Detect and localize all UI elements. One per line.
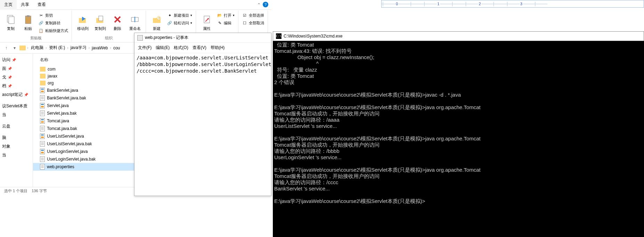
menu-edit[interactable]: 编辑(E) — [154, 44, 171, 51]
crumb-drive[interactable]: 资料 (E:) — [48, 44, 67, 51]
tab-share[interactable]: 共享 — [17, 0, 33, 10]
pin-icon: 📌 — [8, 75, 12, 79]
crumb-folder1[interactable]: java学习 — [69, 44, 88, 51]
sidebar-item[interactable] — [0, 99, 33, 102]
sidebar-item[interactable]: 当 — [0, 111, 33, 119]
sidebar-item[interactable] — [0, 119, 33, 122]
file-icon — [40, 95, 45, 101]
nav-dropdown-button[interactable]: ▾ — [11, 44, 18, 51]
delete-icon — [112, 14, 123, 25]
collapse-ribbon-icon[interactable]: ⌃ — [257, 2, 261, 7]
svg-rect-2 — [25, 16, 31, 24]
file-name: UserLoginServlet.java — [47, 149, 88, 154]
rename-icon — [129, 14, 140, 25]
file-name: org — [48, 81, 54, 85]
file-name: UserLoginServlet.java.bak — [47, 157, 96, 162]
file-icon — [40, 103, 45, 108]
move-to-icon — [77, 14, 88, 25]
file-icon — [40, 141, 45, 147]
tab-view[interactable]: 查看 — [33, 0, 50, 10]
properties-icon — [201, 14, 212, 25]
cut-icon: ✂ — [38, 13, 44, 18]
easy-access-button[interactable]: 🔗轻松访问▾ — [165, 19, 194, 26]
edit-button[interactable]: ✎编辑 — [215, 19, 236, 26]
ruler: ┼────0────┼────┼────1────┼────┼────2────… — [381, 0, 644, 8]
select-all-button[interactable]: ☑全部选择 — [241, 12, 266, 19]
folder-icon — [40, 67, 46, 72]
status-size: 136 字节 — [32, 188, 47, 194]
copy-icon — [5, 14, 16, 25]
notepad-content[interactable]: /aaaa=com.bjpowernode.servlet.UserListSe… — [134, 53, 271, 76]
cmd-icon: C:\ — [276, 33, 282, 39]
sidebar-item[interactable]: 对象 — [0, 142, 33, 151]
svg-rect-12 — [204, 16, 210, 23]
cmd-titlebar[interactable]: C:\ C:\Windows\System32\cmd.exe — [273, 31, 644, 41]
folder-icon — [40, 81, 46, 85]
file-name: BankServlet.java — [47, 88, 78, 93]
ribbon-tabs: 主页 共享 查看 ⌃ ? — [0, 0, 271, 10]
sidebar-item[interactable]: 当 — [0, 151, 33, 160]
notepad-titlebar[interactable]: web.properties - 记事本 — [134, 33, 271, 43]
copy-to-icon — [95, 14, 106, 25]
move-to-button[interactable]: 移动到 — [74, 10, 91, 35]
paste-shortcut-icon: 📋 — [38, 28, 44, 33]
rename-button[interactable]: 重命名 — [126, 10, 144, 35]
notepad-menubar: 文件(F) 编辑(E) 格式(O) 查看(V) 帮助(H) — [134, 43, 271, 53]
file-icon — [40, 111, 45, 116]
copy-path-icon: 🔗 — [38, 20, 44, 26]
copy-path-button[interactable]: 🔗复制路径 — [37, 19, 70, 26]
sidebar-item[interactable]: 档📌 — [0, 82, 33, 90]
new-folder-icon: ✦ — [151, 14, 162, 25]
file-name: UserListServlet.java — [47, 134, 84, 139]
edit-icon: ✎ — [217, 20, 222, 26]
file-icon — [40, 133, 45, 139]
new-item-icon: ✦ — [167, 13, 172, 18]
properties-button[interactable]: 属性 — [198, 10, 215, 35]
sidebar-item[interactable]: 云盘 — [0, 122, 33, 131]
new-item-button[interactable]: ✦新建项目▾ — [165, 12, 194, 19]
menu-view[interactable]: 查看(V) — [191, 44, 208, 51]
svg-rect-6 — [99, 16, 103, 21]
crumb-folder2[interactable]: javaWeb — [90, 45, 109, 51]
new-button[interactable]: ✦ 新建 — [148, 10, 165, 35]
menu-format[interactable]: 格式(O) — [172, 44, 189, 51]
sidebar: 访问📌面📌戈📌档📌ascript笔记📌议Servlet本质当云盘脑对象当 — [0, 54, 33, 187]
sidebar-item[interactable]: 访问📌 — [0, 56, 33, 64]
file-name: UserListServlet.java.bak — [47, 141, 92, 146]
sidebar-item[interactable]: 戈📌 — [0, 73, 33, 82]
tab-home[interactable]: 主页 — [0, 0, 17, 10]
notepad-icon — [137, 35, 143, 41]
sidebar-item[interactable]: 面📌 — [0, 64, 33, 73]
help-icon[interactable]: ? — [263, 2, 268, 7]
pin-icon: 📌 — [12, 58, 16, 62]
svg-point-13 — [207, 18, 209, 19]
select-none-button[interactable]: ☐全部取消 — [241, 19, 266, 26]
sidebar-item[interactable]: 脑 — [0, 133, 33, 142]
open-button[interactable]: 📂打开▾ — [215, 12, 236, 19]
pin-icon: 📌 — [8, 84, 12, 88]
nav-up-button[interactable]: ↑ — [3, 44, 10, 51]
sidebar-item[interactable] — [0, 131, 33, 133]
paste-button[interactable]: 粘贴 — [19, 10, 37, 35]
file-icon — [40, 126, 45, 131]
delete-button[interactable]: 删除 — [109, 10, 126, 35]
file-name: javax — [48, 74, 57, 79]
sidebar-item[interactable]: ascript笔记📌 — [0, 90, 33, 99]
crumb-folder3[interactable]: cou — [112, 45, 121, 51]
file-icon — [40, 118, 45, 124]
file-icon — [40, 88, 45, 93]
menu-help[interactable]: 帮助(H) — [209, 44, 226, 51]
crumb-pc[interactable]: 此电脑 — [30, 44, 45, 51]
paste-shortcut-button[interactable]: 📋粘贴快捷方式 — [37, 27, 70, 34]
file-name: Tomcat.java — [47, 119, 69, 123]
file-name: web.properties — [47, 164, 74, 169]
copy-button[interactable]: 复制 — [2, 10, 19, 35]
cut-button[interactable]: ✂剪切 — [37, 12, 70, 19]
folder-icon — [40, 74, 46, 79]
sidebar-item[interactable]: 议Servlet本质 — [0, 102, 33, 111]
menu-file[interactable]: 文件(F) — [137, 44, 153, 51]
notepad-window: web.properties - 记事本 文件(F) 编辑(E) 格式(O) 查… — [134, 33, 271, 196]
file-name: BankServlet.java.bak — [47, 96, 86, 100]
copy-to-button[interactable]: 复制到 — [91, 10, 109, 35]
cmd-output[interactable]: 位置: 类 Tomcat Tomcat.java:43: 错误: 找不到符号 O… — [273, 41, 644, 205]
